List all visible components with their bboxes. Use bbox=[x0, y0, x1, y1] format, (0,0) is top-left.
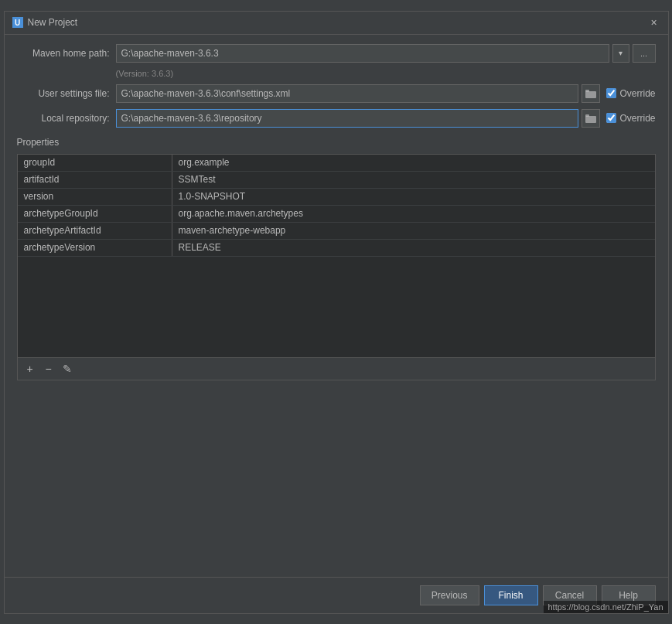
user-settings-override-label: Override bbox=[619, 88, 655, 99]
user-settings-override-checkbox[interactable] bbox=[606, 88, 616, 98]
maven-home-row: Maven home path: ▾ ... bbox=[17, 44, 656, 63]
prop-row-artifactid[interactable]: artifactId SSMTest bbox=[18, 172, 655, 189]
prop-value-3: org.apache.maven.archetypes bbox=[172, 206, 655, 222]
maven-home-input-wrap: ▾ ... bbox=[116, 44, 656, 63]
prop-row-archetype-artifactid[interactable]: archetypeArtifactId maven-archetype-weba… bbox=[18, 223, 655, 240]
prop-value-1: SSMTest bbox=[172, 172, 655, 188]
maven-home-dropdown-btn[interactable]: ▾ bbox=[612, 44, 629, 63]
properties-table-body: groupId org.example artifactId SSMTest v… bbox=[18, 155, 655, 357]
maven-version-note: (Version: 3.6.3) bbox=[116, 69, 656, 78]
maven-home-ellipsis-btn[interactable]: ... bbox=[633, 44, 656, 63]
remove-property-button[interactable]: − bbox=[41, 361, 56, 377]
prop-key-1: artifactId bbox=[18, 172, 172, 188]
prop-row-groupid[interactable]: groupId org.example bbox=[18, 155, 655, 172]
dialog-title: New Project bbox=[28, 17, 78, 28]
user-settings-override-wrap: Override bbox=[606, 88, 655, 99]
prop-value-0: org.example bbox=[172, 155, 655, 171]
prop-key-3: archetypeGroupId bbox=[18, 206, 172, 222]
properties-section-title: Properties bbox=[17, 137, 656, 148]
local-repo-folder-btn[interactable] bbox=[582, 109, 600, 128]
user-settings-input-wrap bbox=[116, 84, 601, 103]
local-repo-override-wrap: Override bbox=[606, 113, 655, 124]
prop-value-4: maven-archetype-webapp bbox=[172, 223, 655, 239]
user-settings-row: User settings file: Override bbox=[17, 84, 656, 103]
prop-key-5: archetypeVersion bbox=[18, 240, 172, 256]
user-settings-folder-btn[interactable] bbox=[582, 84, 600, 103]
previous-button[interactable]: Previous bbox=[420, 585, 479, 605]
prop-row-archetype-version[interactable]: archetypeVersion RELEASE bbox=[18, 240, 655, 257]
local-repo-override-checkbox[interactable] bbox=[606, 113, 616, 123]
prop-value-5: RELEASE bbox=[172, 240, 655, 256]
close-button[interactable]: × bbox=[648, 16, 660, 29]
dialog-content: Maven home path: ▾ ... (Version: 3.6.3) … bbox=[5, 35, 668, 577]
local-repo-input-wrap bbox=[116, 109, 601, 128]
new-project-dialog: U New Project × Maven home path: ▾ ... (… bbox=[4, 11, 669, 614]
url-bar: https://blog.csdn.net/ZhiP_Yan bbox=[544, 601, 668, 613]
add-property-button[interactable]: + bbox=[22, 361, 38, 377]
prop-key-4: archetypeArtifactId bbox=[18, 223, 172, 239]
prop-key-2: version bbox=[18, 189, 172, 205]
local-repo-row: Local repository: Override bbox=[17, 109, 656, 128]
finish-button[interactable]: Finish bbox=[484, 585, 538, 605]
local-repo-input[interactable] bbox=[116, 109, 579, 128]
maven-home-input[interactable] bbox=[116, 44, 609, 63]
prop-value-2: 1.0-SNAPSHOT bbox=[172, 189, 655, 205]
local-repo-override-label: Override bbox=[619, 113, 655, 124]
prop-key-0: groupId bbox=[18, 155, 172, 171]
svg-rect-2 bbox=[585, 116, 596, 123]
user-settings-label: User settings file: bbox=[17, 88, 110, 99]
user-settings-input[interactable] bbox=[116, 84, 579, 103]
table-toolbar: + − ✎ bbox=[18, 357, 655, 380]
local-repo-label: Local repository: bbox=[17, 113, 110, 124]
properties-table-area: groupId org.example artifactId SSMTest v… bbox=[17, 154, 656, 380]
title-bar: U New Project × bbox=[5, 12, 668, 35]
app-icon: U bbox=[12, 17, 23, 28]
title-bar-left: U New Project bbox=[12, 17, 78, 28]
maven-home-label: Maven home path: bbox=[17, 48, 110, 59]
svg-rect-1 bbox=[585, 90, 589, 92]
prop-row-version[interactable]: version 1.0-SNAPSHOT bbox=[18, 189, 655, 206]
svg-rect-3 bbox=[585, 114, 589, 117]
table-empty-area bbox=[18, 257, 655, 357]
svg-rect-0 bbox=[585, 91, 596, 98]
prop-row-archetype-groupid[interactable]: archetypeGroupId org.apache.maven.archet… bbox=[18, 206, 655, 223]
edit-property-button[interactable]: ✎ bbox=[60, 361, 75, 377]
